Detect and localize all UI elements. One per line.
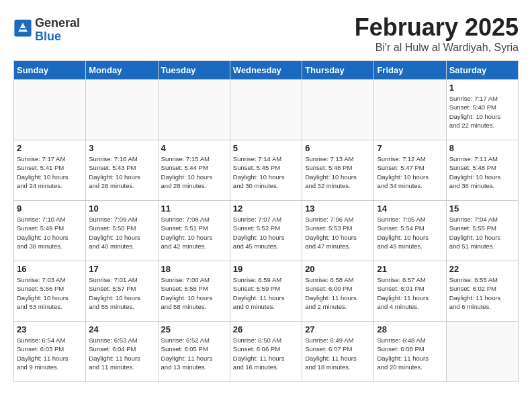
week-row-2: 2Sunrise: 7:17 AM Sunset: 5:41 PM Daylig…: [14, 140, 519, 201]
logo: General Blue: [13, 17, 80, 44]
title-block: February 2025 Bi'r al Hulw al Wardiyah, …: [355, 13, 519, 54]
day-number: 10: [89, 203, 154, 214]
week-row-4: 16Sunrise: 7:03 AM Sunset: 5:56 PM Dayli…: [14, 261, 519, 322]
calendar-cell: 3Sunrise: 7:16 AM Sunset: 5:43 PM Daylig…: [86, 140, 158, 201]
calendar-cell: [86, 80, 158, 140]
calendar-cell: 11Sunrise: 7:08 AM Sunset: 5:51 PM Dayli…: [158, 201, 230, 261]
day-number: 5: [233, 143, 299, 153]
calendar-cell: 26Sunrise: 6:50 AM Sunset: 6:06 PM Dayli…: [230, 322, 302, 382]
day-number: 23: [17, 324, 83, 334]
day-number: 25: [161, 324, 227, 334]
day-number: 7: [377, 143, 443, 153]
day-number: 14: [377, 203, 443, 214]
day-number: 1: [449, 83, 515, 93]
day-number: 16: [17, 264, 83, 274]
day-info: Sunrise: 7:08 AM Sunset: 5:51 PM Dayligh…: [161, 215, 227, 250]
day-number: 17: [89, 264, 154, 274]
calendar-cell: 17Sunrise: 7:01 AM Sunset: 5:57 PM Dayli…: [86, 261, 158, 322]
calendar-cell: [302, 80, 374, 140]
day-header-wednesday: Wednesday: [230, 61, 302, 80]
day-number: 18: [161, 264, 227, 274]
day-info: Sunrise: 7:11 AM Sunset: 5:48 PM Dayligh…: [449, 154, 515, 190]
day-info: Sunrise: 7:01 AM Sunset: 5:57 PM Dayligh…: [89, 275, 154, 311]
svg-rect-2: [20, 28, 26, 30]
calendar-cell: [374, 80, 446, 140]
day-info: Sunrise: 7:07 AM Sunset: 5:52 PM Dayligh…: [233, 215, 299, 250]
day-info: Sunrise: 6:55 AM Sunset: 6:02 PM Dayligh…: [449, 275, 515, 311]
calendar-cell: 15Sunrise: 7:04 AM Sunset: 5:55 PM Dayli…: [446, 201, 518, 261]
day-info: Sunrise: 7:16 AM Sunset: 5:43 PM Dayligh…: [89, 154, 154, 190]
day-info: Sunrise: 7:04 AM Sunset: 5:55 PM Dayligh…: [449, 215, 515, 250]
calendar-cell: 12Sunrise: 7:07 AM Sunset: 5:52 PM Dayli…: [230, 201, 302, 261]
day-info: Sunrise: 7:14 AM Sunset: 5:45 PM Dayligh…: [233, 154, 299, 190]
day-info: Sunrise: 6:53 AM Sunset: 6:04 PM Dayligh…: [89, 336, 154, 371]
day-header-friday: Friday: [374, 61, 446, 80]
calendar-table: SundayMondayTuesdayWednesdayThursdayFrid…: [13, 60, 519, 382]
day-number: 26: [233, 324, 299, 334]
logo-icon: [13, 19, 32, 38]
calendar-cell: 7Sunrise: 7:12 AM Sunset: 5:47 PM Daylig…: [374, 140, 446, 201]
day-number: 13: [305, 203, 371, 214]
calendar-cell: 14Sunrise: 7:05 AM Sunset: 5:54 PM Dayli…: [374, 201, 446, 261]
calendar-cell: 24Sunrise: 6:53 AM Sunset: 6:04 PM Dayli…: [86, 322, 158, 382]
day-info: Sunrise: 7:13 AM Sunset: 5:46 PM Dayligh…: [305, 154, 371, 190]
day-number: 9: [17, 203, 83, 214]
day-header-tuesday: Tuesday: [158, 61, 230, 80]
calendar-cell: 5Sunrise: 7:14 AM Sunset: 5:45 PM Daylig…: [230, 140, 302, 201]
day-number: 3: [89, 143, 154, 153]
month-title: February 2025: [355, 13, 519, 42]
day-number: 12: [233, 203, 299, 214]
calendar-cell: 21Sunrise: 6:57 AM Sunset: 6:01 PM Dayli…: [374, 261, 446, 322]
calendar-cell: 19Sunrise: 6:59 AM Sunset: 5:59 PM Dayli…: [230, 261, 302, 322]
day-number: 19: [233, 264, 299, 274]
day-number: 6: [305, 143, 371, 153]
calendar-cell: 10Sunrise: 7:09 AM Sunset: 5:50 PM Dayli…: [86, 201, 158, 261]
page-header: General Blue February 2025 Bi'r al Hulw …: [13, 13, 519, 54]
day-number: 24: [89, 324, 154, 334]
calendar-cell: 28Sunrise: 6:48 AM Sunset: 6:08 PM Dayli…: [374, 322, 446, 382]
day-info: Sunrise: 6:49 AM Sunset: 6:07 PM Dayligh…: [305, 336, 371, 371]
logo-blue-text: Blue: [35, 30, 80, 44]
calendar-cell: 25Sunrise: 6:52 AM Sunset: 6:05 PM Dayli…: [158, 322, 230, 382]
day-info: Sunrise: 6:54 AM Sunset: 6:03 PM Dayligh…: [17, 336, 83, 371]
week-row-5: 23Sunrise: 6:54 AM Sunset: 6:03 PM Dayli…: [14, 322, 519, 382]
day-info: Sunrise: 7:03 AM Sunset: 5:56 PM Dayligh…: [17, 275, 83, 311]
day-info: Sunrise: 6:52 AM Sunset: 6:05 PM Dayligh…: [161, 336, 227, 371]
day-header-thursday: Thursday: [302, 61, 374, 80]
day-info: Sunrise: 6:57 AM Sunset: 6:01 PM Dayligh…: [377, 275, 443, 311]
logo-general-text: General: [35, 17, 80, 30]
week-row-3: 9Sunrise: 7:10 AM Sunset: 5:49 PM Daylig…: [14, 201, 519, 261]
calendar-cell: 9Sunrise: 7:10 AM Sunset: 5:49 PM Daylig…: [14, 201, 86, 261]
calendar-cell: [158, 80, 230, 140]
calendar-cell: 6Sunrise: 7:13 AM Sunset: 5:46 PM Daylig…: [302, 140, 374, 201]
day-number: 2: [17, 143, 83, 153]
day-header-sunday: Sunday: [14, 61, 86, 80]
day-info: Sunrise: 7:15 AM Sunset: 5:44 PM Dayligh…: [161, 154, 227, 190]
day-info: Sunrise: 6:48 AM Sunset: 6:08 PM Dayligh…: [377, 336, 443, 371]
day-number: 28: [377, 324, 443, 334]
week-row-1: 1Sunrise: 7:17 AM Sunset: 5:40 PM Daylig…: [14, 80, 519, 140]
day-number: 20: [305, 264, 371, 274]
calendar-cell: 4Sunrise: 7:15 AM Sunset: 5:44 PM Daylig…: [158, 140, 230, 201]
day-header-saturday: Saturday: [446, 61, 518, 80]
day-number: 11: [161, 203, 227, 214]
calendar-cell: 16Sunrise: 7:03 AM Sunset: 5:56 PM Dayli…: [14, 261, 86, 322]
day-info: Sunrise: 7:17 AM Sunset: 5:40 PM Dayligh…: [449, 94, 515, 130]
day-info: Sunrise: 7:17 AM Sunset: 5:41 PM Dayligh…: [17, 154, 83, 190]
calendar-cell: 23Sunrise: 6:54 AM Sunset: 6:03 PM Dayli…: [14, 322, 86, 382]
calendar-cell: 27Sunrise: 6:49 AM Sunset: 6:07 PM Dayli…: [302, 322, 374, 382]
day-info: Sunrise: 7:09 AM Sunset: 5:50 PM Dayligh…: [89, 215, 154, 250]
calendar-header-row: SundayMondayTuesdayWednesdayThursdayFrid…: [14, 61, 519, 80]
calendar-cell: 22Sunrise: 6:55 AM Sunset: 6:02 PM Dayli…: [446, 261, 518, 322]
day-number: 21: [377, 264, 443, 274]
day-number: 4: [161, 143, 227, 153]
calendar-cell: 8Sunrise: 7:11 AM Sunset: 5:48 PM Daylig…: [446, 140, 518, 201]
day-info: Sunrise: 6:58 AM Sunset: 6:00 PM Dayligh…: [305, 275, 371, 311]
day-info: Sunrise: 6:59 AM Sunset: 5:59 PM Dayligh…: [233, 275, 299, 311]
calendar-cell: [14, 80, 86, 140]
day-info: Sunrise: 7:06 AM Sunset: 5:53 PM Dayligh…: [305, 215, 371, 250]
calendar-cell: 20Sunrise: 6:58 AM Sunset: 6:00 PM Dayli…: [302, 261, 374, 322]
calendar-cell: 18Sunrise: 7:00 AM Sunset: 5:58 PM Dayli…: [158, 261, 230, 322]
day-info: Sunrise: 6:50 AM Sunset: 6:06 PM Dayligh…: [233, 336, 299, 371]
calendar-cell: [446, 322, 518, 382]
